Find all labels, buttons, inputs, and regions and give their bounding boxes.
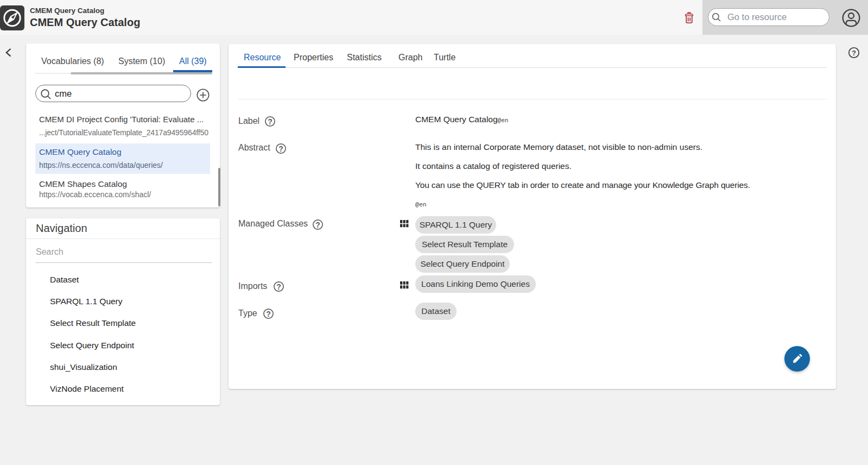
svg-text:?: ?	[278, 144, 283, 153]
svg-text:?: ?	[315, 221, 320, 229]
svg-text:?: ?	[852, 49, 856, 57]
svg-text:?: ?	[266, 310, 271, 318]
svg-text:?: ?	[268, 117, 273, 126]
svg-text:?: ?	[276, 282, 281, 291]
